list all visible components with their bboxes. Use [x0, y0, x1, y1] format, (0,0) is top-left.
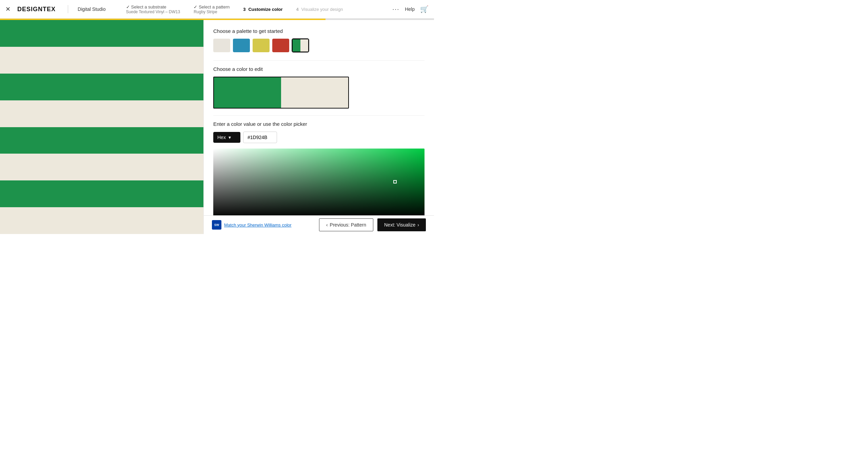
palette-swatch-4[interactable]	[272, 39, 289, 52]
color-edit-title: Choose a color to edit	[213, 66, 425, 72]
step2-check-icon: ✓	[194, 4, 197, 9]
hex-format-dropdown[interactable]: Hex ▾	[213, 132, 240, 143]
stripe-container	[0, 20, 203, 234]
next-button-label: Next: Visualize	[384, 222, 415, 228]
palette-title: Choose a palette to get started	[213, 28, 425, 34]
color-input-row: Hex ▾	[213, 132, 425, 143]
step1-sublabel: Suede Textured Vinyl – DW13	[126, 9, 180, 14]
step-3[interactable]: 3 Customize color	[243, 7, 282, 12]
color-swatch-cream[interactable]	[281, 77, 348, 108]
cart-button[interactable]: 🛒	[420, 5, 429, 13]
divider-1	[213, 60, 425, 61]
step-1[interactable]: ✓ Select a substrate Suede Textured Viny…	[126, 4, 180, 14]
digital-studio-label: Digital Studio	[78, 6, 106, 12]
step3-label: Customize color	[248, 7, 282, 12]
picker-cursor	[393, 180, 397, 183]
color-swatch-green[interactable]	[214, 77, 281, 108]
footer-buttons: ‹ Previous: Pattern Next: Visualize ›	[319, 218, 426, 231]
stripe-green-1	[0, 20, 203, 47]
palette-swatch-1[interactable]	[213, 39, 230, 52]
logo: DESIGNTEX	[17, 6, 56, 13]
header-divider	[68, 5, 68, 13]
sherwin-williams-link[interactable]: SW Match your Sherwin Williams color	[212, 220, 292, 230]
step1-check-icon: ✓	[126, 4, 130, 9]
stripe-cream-1	[0, 47, 203, 74]
step4-number: 4	[296, 7, 299, 12]
color-panel: Choose a palette to get started Choose a…	[203, 20, 434, 234]
next-visualize-button[interactable]: Next: Visualize ›	[377, 218, 426, 231]
app-header: ✕ DESIGNTEX Digital Studio ✓ Select a su…	[0, 0, 434, 19]
color-picker-area	[213, 149, 425, 224]
palette-swatch-2[interactable]	[233, 39, 250, 52]
previous-pattern-button[interactable]: ‹ Previous: Pattern	[319, 218, 373, 231]
step3-number: 3	[243, 7, 245, 12]
main-content: Choose a palette to get started Choose a…	[0, 20, 434, 234]
panel-footer: SW Match your Sherwin Williams color ‹ P…	[204, 215, 434, 234]
header-right: ··· Help 🛒	[392, 5, 429, 13]
stripe-cream-2	[0, 100, 203, 127]
help-button[interactable]: Help	[405, 6, 415, 12]
sherwin-icon: SW	[212, 220, 221, 230]
wizard-steps: ✓ Select a substrate Suede Textured Viny…	[126, 4, 386, 14]
stripe-green-4	[0, 180, 203, 207]
stripe-green-3	[0, 127, 203, 154]
gradient-box[interactable]	[213, 149, 425, 218]
stripe-cream-4	[0, 207, 203, 234]
stripe-green-2	[0, 74, 203, 100]
palette-swatch-5-multi[interactable]	[292, 39, 309, 52]
color-input-section: Enter a color value or use the color pic…	[213, 121, 425, 143]
color-swatches-row	[213, 77, 349, 109]
prev-button-label: Previous: Pattern	[330, 222, 366, 228]
step-2[interactable]: ✓ Select a pattern Rugby Stripe	[194, 4, 230, 14]
step4-label: Visualize your design	[301, 7, 343, 12]
color-edit-section: Choose a color to edit	[213, 66, 425, 109]
chevron-left-icon: ‹	[326, 222, 328, 228]
sherwin-link-label: Match your Sherwin Williams color	[224, 222, 292, 228]
divider-2	[213, 115, 425, 116]
more-button[interactable]: ···	[392, 6, 399, 13]
chevron-down-icon: ▾	[229, 135, 231, 140]
step2-sublabel: Rugby Stripe	[194, 9, 230, 14]
swatch-half-cream	[300, 39, 308, 52]
stripe-cream-3	[0, 154, 203, 180]
gradient-box-inner	[213, 149, 425, 218]
color-input-title: Enter a color value or use the color pic…	[213, 121, 425, 127]
pattern-preview	[0, 20, 203, 234]
close-button[interactable]: ✕	[5, 5, 11, 13]
swatch-half-green	[293, 39, 300, 52]
hex-value-input[interactable]	[243, 132, 277, 143]
palette-row	[213, 39, 425, 52]
gradient-black-overlay	[213, 149, 425, 218]
hex-dropdown-label: Hex	[217, 135, 226, 140]
palette-swatch-3[interactable]	[253, 39, 270, 52]
chevron-right-icon: ›	[417, 222, 419, 228]
step1-label: Select a substrate	[131, 4, 166, 9]
step2-label: Select a pattern	[199, 4, 230, 9]
step-4[interactable]: 4 Visualize your design	[296, 7, 343, 12]
